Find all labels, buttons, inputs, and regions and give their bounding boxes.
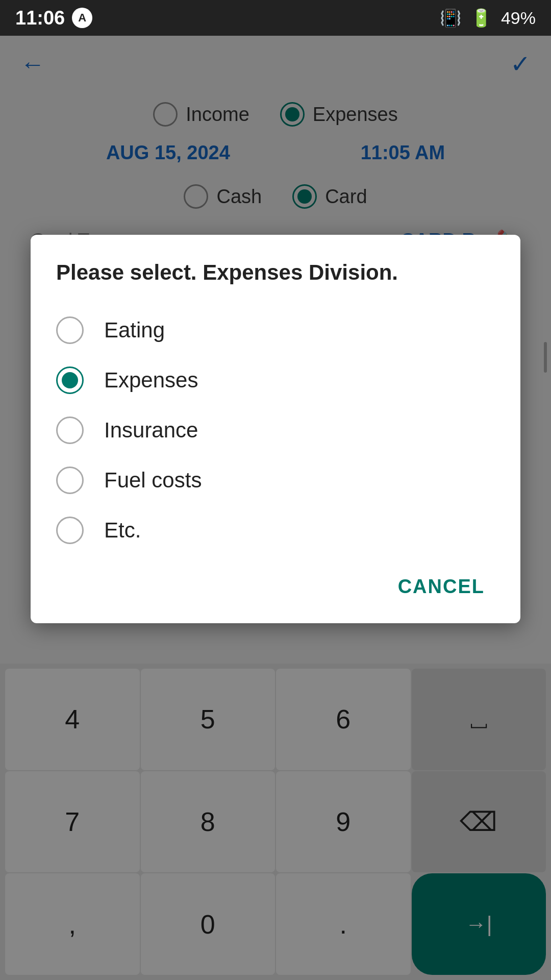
insurance-option[interactable]: Insurance — [56, 405, 495, 455]
eating-radio[interactable] — [56, 316, 84, 344]
fuel-costs-label: Fuel costs — [104, 468, 202, 493]
vibrate-icon: 📳 — [440, 8, 461, 28]
dialog-title: Please select. Expenses Division. — [56, 260, 495, 285]
insurance-radio[interactable] — [56, 416, 84, 444]
insurance-label: Insurance — [104, 418, 198, 443]
alert-icon: A — [72, 8, 92, 28]
etc-option[interactable]: Etc. — [56, 505, 495, 555]
eating-label: Eating — [104, 318, 165, 342]
battery-icon: 🔋 — [470, 8, 492, 28]
dialog-footer: CANCEL — [56, 571, 495, 603]
expenses-division-dialog: Please select. Expenses Division. Eating… — [31, 235, 520, 623]
eating-option[interactable]: Eating — [56, 305, 495, 355]
status-bar: 11:06 A 📳 🔋 49% — [0, 0, 551, 36]
status-time: 11:06 — [15, 7, 65, 29]
status-right: 📳 🔋 49% — [440, 8, 536, 28]
expenses-division-radio[interactable] — [56, 366, 84, 394]
cancel-button[interactable]: CANCEL — [388, 571, 495, 603]
expenses-division-option[interactable]: Expenses — [56, 355, 495, 405]
etc-radio[interactable] — [56, 517, 84, 544]
status-left: 11:06 A — [15, 7, 92, 29]
expenses-division-label: Expenses — [104, 368, 198, 393]
fuel-costs-option[interactable]: Fuel costs — [56, 455, 495, 505]
app-background: ← ✓ Income Expenses AUG 15, 2024 11:05 A… — [0, 36, 551, 980]
etc-label: Etc. — [104, 518, 141, 543]
battery-percent: 49% — [501, 8, 536, 28]
fuel-costs-radio[interactable] — [56, 467, 84, 494]
